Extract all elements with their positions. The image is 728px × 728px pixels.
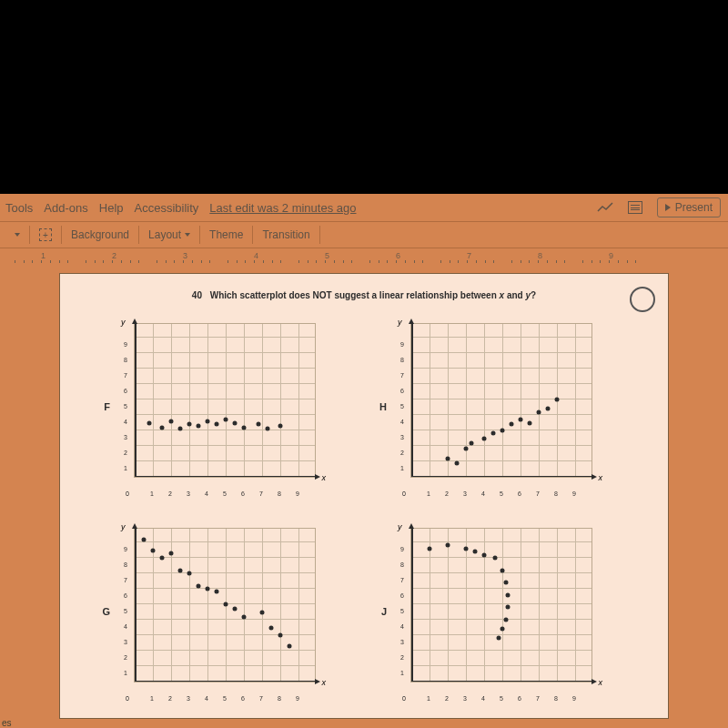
data-point <box>178 568 183 572</box>
y-tick: 1 <box>124 465 127 471</box>
data-point <box>504 618 509 622</box>
chart-icon[interactable] <box>597 202 613 213</box>
tool-layout[interactable]: Layout <box>139 226 200 244</box>
tool-new-slide[interactable]: + <box>30 226 62 244</box>
slide[interactable]: 40 Which scatterplot does NOT suggest a … <box>59 273 669 719</box>
data-point <box>500 429 505 433</box>
menu-help[interactable]: Help <box>99 201 124 215</box>
data-point <box>473 550 478 554</box>
x-tick: 9 <box>572 490 576 497</box>
data-point <box>269 625 274 630</box>
y-tick: 9 <box>124 546 127 552</box>
data-point <box>151 548 156 552</box>
plot <box>134 528 316 682</box>
x-tick: 5 <box>500 490 503 497</box>
data-point <box>482 436 487 440</box>
y-tick: 8 <box>124 357 127 363</box>
y-tick: 1 <box>124 670 127 676</box>
chart-F: F1234567891234567890yx <box>101 317 350 496</box>
menu-accessibility[interactable]: Accessibility <box>135 201 199 215</box>
data-point <box>464 546 469 551</box>
origin-label: 0 <box>402 490 406 497</box>
data-point <box>206 419 210 423</box>
data-point <box>455 460 460 465</box>
x-tick: 6 <box>241 490 245 497</box>
x-tick: 4 <box>481 695 485 702</box>
menu-tools[interactable]: Tools <box>5 201 33 215</box>
tool-caret[interactable] <box>5 226 30 244</box>
x-tick: 2 <box>445 695 449 702</box>
y-tick: 8 <box>400 357 404 363</box>
data-point <box>528 420 532 425</box>
data-point <box>233 607 238 612</box>
toolbar: + Background Layout Theme Transition <box>0 221 728 248</box>
data-point <box>260 610 265 614</box>
origin-label: 0 <box>126 695 129 702</box>
ruler-mark: 7 <box>467 251 471 260</box>
ruler: 123456789 <box>0 248 728 264</box>
y-tick: 4 <box>124 623 127 630</box>
data-point <box>464 447 469 451</box>
tool-transition[interactable]: Transition <box>253 226 319 244</box>
menu-addons[interactable]: Add-ons <box>44 201 87 215</box>
x-tick: 7 <box>259 490 263 497</box>
plot-wrap: 1234567891234567890yx <box>116 522 325 700</box>
x-tick: 1 <box>427 695 430 702</box>
question-text: 40 Which scatterplot does NOT suggest a … <box>69 290 659 300</box>
x-tick: 6 <box>518 490 521 497</box>
ruler-mark: 2 <box>112 251 116 260</box>
comments-icon[interactable] <box>628 201 642 214</box>
y-tick: 9 <box>400 341 404 348</box>
y-tick: 4 <box>400 623 404 630</box>
data-point <box>187 422 192 427</box>
data-point <box>504 581 509 585</box>
answer-circle[interactable] <box>630 287 655 312</box>
data-point <box>242 614 247 619</box>
present-button[interactable]: Present <box>657 197 721 217</box>
data-point <box>546 407 551 411</box>
data-point <box>266 427 270 431</box>
data-point <box>491 431 496 436</box>
data-point <box>257 422 261 427</box>
y-tick: 8 <box>124 561 127 568</box>
data-point <box>215 590 219 594</box>
ruler-mark: 9 <box>609 251 613 260</box>
y-axis-label: y <box>398 522 402 531</box>
x-tick: 5 <box>223 695 227 702</box>
y-tick: 8 <box>400 561 404 568</box>
plot-wrap: 1234567891234567890yx <box>392 318 602 495</box>
y-tick: 3 <box>124 639 127 645</box>
tool-background[interactable]: Background <box>62 226 139 244</box>
menubar: Tools Add-ons Help Accessibility Last ed… <box>0 194 728 221</box>
data-point <box>224 418 228 422</box>
data-point <box>506 592 511 597</box>
data-point <box>142 537 147 541</box>
y-tick: 3 <box>124 434 127 440</box>
x-tick: 9 <box>572 695 576 702</box>
chart-G: G1234567891234567890yx <box>101 521 350 701</box>
ruler-mark: 1 <box>41 251 46 260</box>
y-tick: 2 <box>400 450 404 456</box>
x-tick: 1 <box>150 490 154 497</box>
data-point <box>224 602 228 607</box>
origin-label: 0 <box>126 490 129 497</box>
data-point <box>206 587 210 592</box>
x-tick: 4 <box>481 490 485 497</box>
data-point <box>197 423 201 428</box>
edit-status[interactable]: Last edit was 2 minutes ago <box>209 201 356 215</box>
x-tick: 7 <box>536 490 540 497</box>
data-point <box>493 556 498 561</box>
tool-theme[interactable]: Theme <box>200 226 253 244</box>
y-tick: 5 <box>400 403 404 410</box>
y-tick: 6 <box>124 388 127 394</box>
x-tick: 1 <box>427 490 430 497</box>
data-point <box>537 410 541 414</box>
app-chrome: Tools Add-ons Help Accessibility Last ed… <box>0 194 728 728</box>
data-point <box>470 440 474 445</box>
x-tick: 3 <box>463 490 467 497</box>
x-tick: 5 <box>500 695 503 702</box>
x-axis-label: x <box>599 473 603 482</box>
x-axis-label: x <box>322 678 327 687</box>
y-tick: 2 <box>124 450 127 456</box>
y-tick: 1 <box>400 670 404 676</box>
